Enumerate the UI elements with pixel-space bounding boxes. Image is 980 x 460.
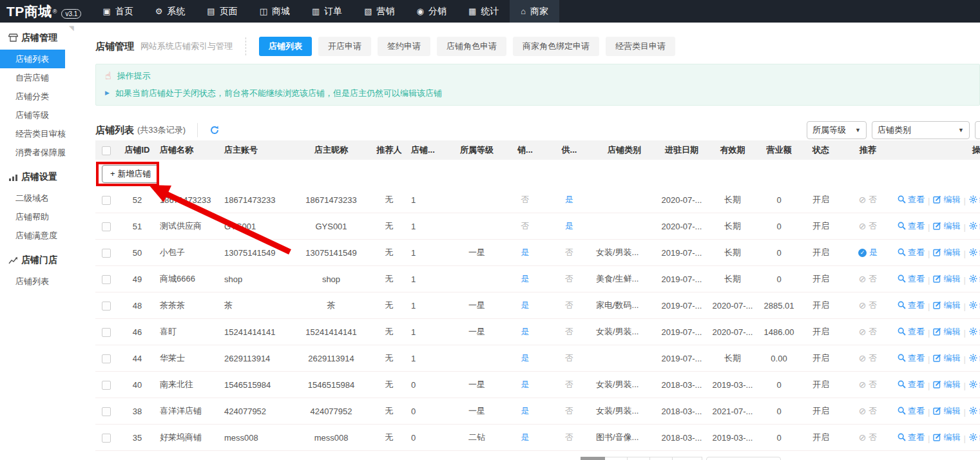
supply-flag[interactable]: 否: [565, 300, 573, 310]
filter-dropdown-clipped[interactable]: [975, 121, 980, 139]
supply-flag[interactable]: 否: [565, 274, 573, 283]
row-checkbox[interactable]: [102, 222, 111, 231]
sale-flag[interactable]: 是: [521, 432, 530, 442]
tab-shop-list[interactable]: 店铺列表: [259, 37, 312, 56]
add-shop-button[interactable]: + 新增店铺: [102, 165, 159, 183]
recommend-flag[interactable]: ⊘否: [859, 352, 878, 364]
row-checkbox[interactable]: [102, 196, 111, 205]
recommend-flag[interactable]: ✓是: [858, 247, 878, 258]
view-link[interactable]: 查看: [898, 247, 925, 258]
sale-flag[interactable]: 否: [521, 195, 530, 204]
sidebar-item[interactable]: 店铺列表: [0, 272, 65, 291]
recommend-flag[interactable]: ⊘否: [859, 432, 878, 443]
settings-link[interactable]: 经营类目: [969, 273, 980, 285]
topnav-item-gear[interactable]: ⚙系统: [144, 0, 197, 23]
topnav-item-stats[interactable]: ▦统计: [457, 0, 510, 23]
pagination-page-current[interactable]: [581, 457, 605, 460]
supply-flag[interactable]: 否: [565, 327, 573, 336]
edit-link[interactable]: 编辑: [933, 247, 960, 258]
supply-flag[interactable]: 否: [565, 379, 573, 389]
sidebar-item[interactable]: 二级域名: [0, 189, 65, 207]
topnav-item-home[interactable]: ▣首页: [91, 0, 144, 23]
row-checkbox[interactable]: [102, 354, 111, 363]
tab-5[interactable]: 经营类目申请: [606, 37, 675, 56]
sidebar-item[interactable]: 店铺分类: [0, 87, 65, 106]
row-checkbox[interactable]: [102, 434, 111, 443]
recommend-flag[interactable]: ⊘否: [859, 273, 878, 285]
supply-flag[interactable]: 是: [565, 195, 573, 204]
settings-link[interactable]: 经营类目: [969, 405, 980, 417]
pagination-next[interactable]: [673, 457, 702, 460]
view-link[interactable]: 查看: [898, 273, 925, 285]
tab-2[interactable]: 签约申请: [378, 37, 430, 56]
row-checkbox[interactable]: [102, 407, 111, 416]
pagination-jump[interactable]: [706, 457, 781, 460]
filter-dropdown[interactable]: 店铺类别▼: [872, 121, 970, 139]
tab-3[interactable]: 店铺角色申请: [437, 37, 506, 56]
topnav-item-order[interactable]: ▥订单: [301, 0, 353, 23]
edit-link[interactable]: 编辑: [933, 273, 960, 285]
pagination-page[interactable]: [605, 457, 628, 460]
sidebar-item[interactable]: 店铺满意度: [0, 226, 65, 245]
sale-flag[interactable]: 否: [521, 221, 530, 231]
recommend-flag[interactable]: ⊘否: [859, 300, 878, 311]
row-checkbox[interactable]: [102, 328, 111, 337]
settings-link[interactable]: 经营类目: [969, 247, 980, 258]
supply-flag[interactable]: 否: [565, 406, 573, 416]
edit-link[interactable]: 编辑: [933, 379, 960, 390]
supply-flag[interactable]: 否: [565, 432, 573, 442]
sale-flag[interactable]: 是: [521, 406, 530, 416]
row-checkbox[interactable]: [102, 249, 111, 258]
row-checkbox[interactable]: [102, 381, 111, 390]
supply-flag[interactable]: 否: [565, 247, 573, 257]
supply-flag[interactable]: 是: [565, 221, 573, 231]
edit-link[interactable]: 编辑: [933, 432, 960, 443]
recommend-flag[interactable]: ⊘否: [859, 194, 878, 206]
settings-link[interactable]: 经营类目: [969, 352, 980, 364]
sale-flag[interactable]: 是: [521, 379, 530, 389]
topnav-item-page[interactable]: ▤页面: [196, 0, 248, 23]
sale-flag[interactable]: 是: [521, 274, 530, 283]
topnav-item-mall[interactable]: ◫商城: [249, 0, 301, 23]
view-link[interactable]: 查看: [898, 352, 925, 364]
supply-flag[interactable]: 否: [565, 353, 573, 363]
edit-link[interactable]: 编辑: [933, 326, 960, 338]
recommend-flag[interactable]: ⊘否: [859, 379, 878, 390]
settings-link[interactable]: 经营类目: [969, 220, 980, 232]
sidebar-item[interactable]: 经营类目审核: [0, 124, 65, 143]
tab-1[interactable]: 开店申请: [318, 37, 371, 56]
recommend-flag[interactable]: ⊘否: [859, 326, 878, 338]
view-link[interactable]: 查看: [898, 379, 925, 390]
sale-flag[interactable]: 是: [521, 327, 530, 336]
view-link[interactable]: 查看: [898, 300, 925, 311]
settings-link[interactable]: 经营类目: [969, 432, 980, 443]
view-link[interactable]: 查看: [898, 405, 925, 417]
edit-link[interactable]: 编辑: [933, 405, 960, 417]
topnav-item-merchant[interactable]: ⌂商家: [510, 0, 559, 23]
recommend-flag[interactable]: ⊘否: [859, 220, 878, 232]
sidebar-collapse-handle-icon[interactable]: ◥: [69, 24, 74, 32]
edit-link[interactable]: 编辑: [933, 352, 960, 364]
edit-link[interactable]: 编辑: [933, 220, 960, 232]
select-all-checkbox[interactable]: [102, 146, 111, 155]
settings-link[interactable]: 经营类目: [969, 326, 980, 338]
row-checkbox[interactable]: [102, 275, 111, 284]
sidebar-item[interactable]: 店铺等级: [0, 106, 65, 124]
sale-flag[interactable]: 是: [521, 300, 530, 310]
view-link[interactable]: 查看: [898, 220, 925, 232]
refresh-icon[interactable]: [209, 125, 220, 135]
topnav-item-distribution[interactable]: ◉分销: [406, 0, 457, 23]
row-checkbox[interactable]: [102, 302, 111, 311]
sidebar-item[interactable]: 店铺帮助: [0, 207, 65, 226]
sale-flag[interactable]: 是: [521, 353, 530, 363]
topnav-item-marketing[interactable]: ▧营销: [353, 0, 405, 23]
view-link[interactable]: 查看: [898, 432, 925, 443]
sidebar-item[interactable]: 消费者保障服: [0, 143, 65, 162]
sidebar-item[interactable]: 自营店铺: [0, 68, 65, 87]
pagination-page[interactable]: [650, 457, 673, 460]
filter-dropdown[interactable]: 所属等级▼: [807, 121, 867, 139]
settings-link[interactable]: 经营类目: [969, 194, 980, 206]
sidebar-item[interactable]: 店铺列表: [0, 50, 65, 68]
recommend-flag[interactable]: ⊘否: [859, 405, 878, 417]
edit-link[interactable]: 编辑: [933, 194, 960, 206]
